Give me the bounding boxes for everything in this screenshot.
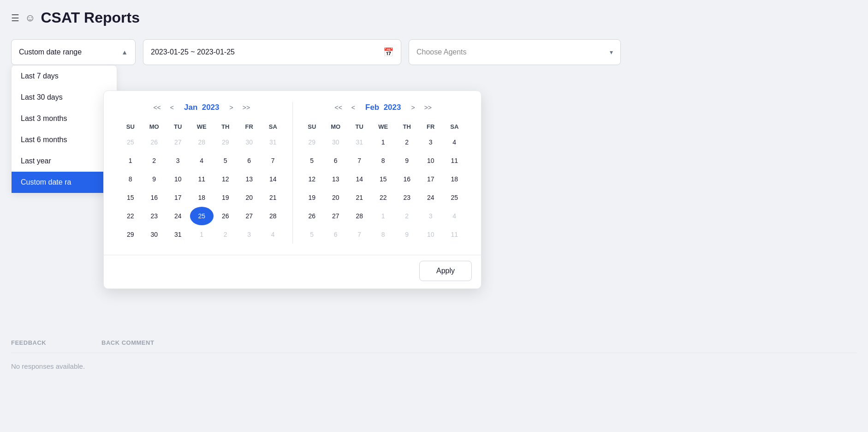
calendar-day[interactable]: 9 (143, 170, 166, 188)
feb-grid: SU MO TU WE TH FR SA 2930311234567891011… (300, 120, 467, 244)
smiley-icon: ☺ (25, 12, 35, 24)
feb-th-sa: SA (443, 120, 467, 133)
jan-next-next-btn[interactable]: >> (240, 102, 253, 113)
apply-button[interactable]: Apply (419, 261, 472, 281)
calendar-day[interactable]: 19 (300, 188, 324, 207)
comment-column-header: BACK COMMENT (101, 339, 184, 346)
calendar-day: 3 (419, 207, 443, 225)
calendar-day[interactable]: 28 (261, 207, 285, 225)
menu-item-custom[interactable]: Custom date ra (12, 172, 117, 193)
calendar-day: 1 (190, 225, 214, 244)
menu-item-lastyear[interactable]: Last year (12, 150, 117, 172)
calendar-day[interactable]: 20 (324, 188, 348, 207)
calendar-day[interactable]: 2 (143, 151, 166, 170)
calendar-day[interactable]: 3 (419, 133, 443, 151)
feb-prev-btn[interactable]: < (349, 102, 358, 113)
date-range-dropdown[interactable]: Custom date range ▲ (11, 39, 136, 65)
calendar-day[interactable]: 27 (238, 207, 262, 225)
calendar-footer: Apply (104, 255, 481, 288)
calendar-day[interactable]: 16 (143, 188, 166, 207)
calendar-day[interactable]: 31 (166, 225, 190, 244)
calendar-day: 31 (348, 133, 372, 151)
menu-icon[interactable]: ☰ (11, 12, 19, 24)
calendar-day[interactable]: 22 (119, 207, 143, 225)
calendar-day[interactable]: 10 (419, 151, 443, 170)
calendar-day[interactable]: 21 (348, 188, 372, 207)
calendar-day[interactable]: 6 (238, 151, 262, 170)
calendar-day[interactable]: 3 (166, 151, 190, 170)
calendar-day[interactable]: 1 (119, 151, 143, 170)
calendar-day[interactable]: 4 (443, 133, 467, 151)
calendar-day[interactable]: 7 (348, 151, 372, 170)
calendar-day[interactable]: 16 (395, 170, 419, 188)
calendar-day[interactable]: 17 (166, 188, 190, 207)
date-range-wrapper: Custom date range ▲ Last 7 days Last 30 … (11, 39, 136, 65)
calendar-day: 6 (324, 225, 348, 244)
calendar-day[interactable]: 24 (419, 188, 443, 207)
feb-next-btn[interactable]: > (409, 102, 418, 113)
calendar-day[interactable]: 26 (300, 207, 324, 225)
calendar-day: 30 (238, 133, 262, 151)
menu-item-last3m[interactable]: Last 3 months (12, 108, 117, 129)
calendar-day[interactable]: 4 (190, 151, 214, 170)
menu-item-last7[interactable]: Last 7 days (12, 66, 117, 87)
jan-next-btn[interactable]: > (227, 102, 236, 113)
calendar-day[interactable]: 17 (419, 170, 443, 188)
agents-dropdown[interactable]: Choose Agents ▾ (409, 39, 621, 65)
calendar-day: 11 (443, 225, 467, 244)
jan-th-sa: SA (261, 120, 285, 133)
calendar-day[interactable]: 5 (214, 151, 238, 170)
jan-prev-btn[interactable]: < (167, 102, 177, 113)
calendar-day[interactable]: 10 (166, 170, 190, 188)
calendar-day[interactable]: 11 (443, 151, 467, 170)
no-data-text: No re (11, 362, 28, 370)
calendar-day[interactable]: 15 (371, 170, 395, 188)
calendar-day[interactable]: 7 (261, 151, 285, 170)
calendar-day[interactable]: 13 (324, 170, 348, 188)
calendar-day[interactable]: 18 (443, 170, 467, 188)
calendar-day[interactable]: 8 (119, 170, 143, 188)
calendar-day[interactable]: 11 (190, 170, 214, 188)
feb-prev-prev-btn[interactable]: << (332, 102, 345, 113)
calendar-day: 29 (214, 133, 238, 151)
calendar-day[interactable]: 21 (261, 188, 285, 207)
calendar-day[interactable]: 25 (443, 188, 467, 207)
date-range-menu: Last 7 days Last 30 days Last 3 months L… (11, 65, 117, 193)
feb-next-next-btn[interactable]: >> (422, 102, 434, 113)
calendar-day[interactable]: 14 (348, 170, 372, 188)
calendar-day[interactable]: 23 (143, 207, 166, 225)
calendar-day[interactable]: 27 (324, 207, 348, 225)
calendar-day[interactable]: 14 (261, 170, 285, 188)
calendar-day[interactable]: 6 (324, 151, 348, 170)
calendar-day[interactable]: 8 (371, 151, 395, 170)
calendar-day[interactable]: 28 (348, 207, 372, 225)
calendar-day[interactable]: 12 (214, 170, 238, 188)
menu-item-last6m[interactable]: Last 6 months (12, 129, 117, 150)
calendar-day: 27 (166, 133, 190, 151)
calendar-day[interactable]: 9 (395, 151, 419, 170)
calendar-day[interactable]: 1 (371, 133, 395, 151)
calendar-day[interactable]: 5 (300, 151, 324, 170)
calendar-day[interactable]: 25 (190, 207, 214, 225)
menu-item-last30[interactable]: Last 30 days (12, 87, 117, 108)
date-value: 2023-01-25 ~ 2023-01-25 (151, 48, 235, 56)
calendar-day[interactable]: 13 (238, 170, 262, 188)
calendar-day[interactable]: 29 (119, 225, 143, 244)
feb-th-fr: FR (419, 120, 443, 133)
calendar-day[interactable]: 22 (371, 188, 395, 207)
calendar-day[interactable]: 12 (300, 170, 324, 188)
calendar-day[interactable]: 24 (166, 207, 190, 225)
jan-th-su: SU (119, 120, 143, 133)
calendar-day[interactable]: 26 (214, 207, 238, 225)
calendar-day[interactable]: 19 (214, 188, 238, 207)
calendar-day[interactable]: 2 (395, 133, 419, 151)
calendar-day: 10 (419, 225, 443, 244)
jan-th-we: WE (190, 120, 214, 133)
date-input[interactable]: 2023-01-25 ~ 2023-01-25 📅 (143, 39, 401, 65)
calendar-day[interactable]: 18 (190, 188, 214, 207)
jan-prev-prev-btn[interactable]: << (150, 102, 163, 113)
calendar-day[interactable]: 20 (238, 188, 262, 207)
calendar-day[interactable]: 23 (395, 188, 419, 207)
calendar-day[interactable]: 15 (119, 188, 143, 207)
calendar-day[interactable]: 30 (143, 225, 166, 244)
